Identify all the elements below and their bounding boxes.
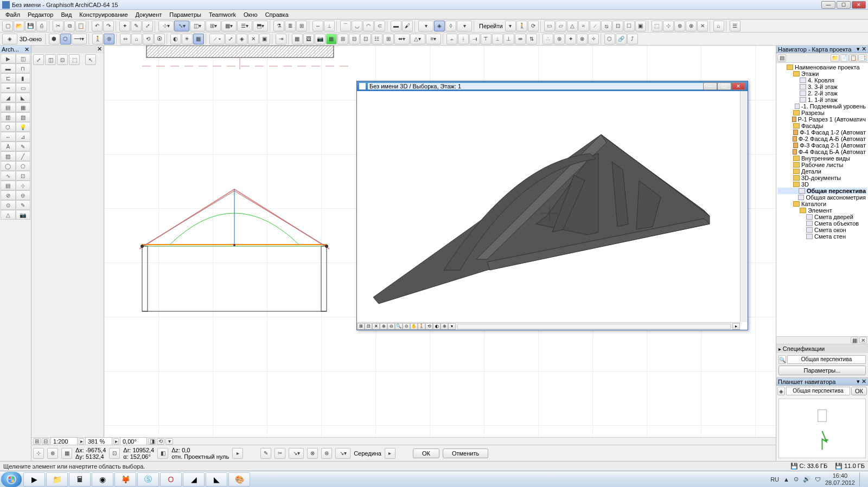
tray-clock[interactable]: 16:40 28.07.2012 — [825, 472, 855, 485]
fw-t6[interactable]: 🔍 — [395, 323, 403, 330]
cr-f[interactable]: ▸ — [232, 448, 243, 459]
measure-icon[interactable]: ↔ — [312, 21, 323, 31]
tool-worksheet[interactable]: ✎ — [16, 200, 31, 210]
nt-add[interactable]: ▦ — [851, 337, 858, 343]
tool-lamp[interactable]: 💡 — [16, 122, 31, 132]
fw-t2[interactable]: ⊡ — [365, 323, 372, 330]
planner-preview[interactable] — [778, 399, 866, 458]
menu-teamwork[interactable]: Teamwork — [206, 11, 239, 18]
dropper-icon[interactable]: ✎ — [131, 21, 142, 31]
t2-x[interactable]: ☷ — [372, 34, 382, 44]
minimize-button[interactable]: — — [821, 1, 835, 9]
tb-b[interactable]: ▱ — [556, 21, 566, 31]
tool-dim[interactable]: ↔ — [1, 132, 16, 142]
goto-dropdown-icon[interactable]: ▾ — [505, 21, 516, 31]
tool-roof[interactable]: ◢ — [1, 93, 16, 102]
tree-item[interactable]: Ф-3 Фасад 2-1 (Автомат — [777, 142, 867, 149]
paste-icon[interactable]: 📋 — [75, 21, 86, 31]
tool-column[interactable]: ▮ — [16, 73, 31, 83]
t2-m[interactable]: ◈ — [237, 34, 247, 44]
tool-fill[interactable]: ▨ — [1, 151, 16, 161]
task-firefox[interactable]: 🦊 — [114, 472, 136, 486]
tree-item[interactable]: Элемент — [777, 207, 867, 214]
menu-document[interactable]: Документ — [132, 11, 165, 18]
t2-v[interactable]: ⊟ — [349, 34, 360, 44]
tool5-icon[interactable]: ▦▾ — [221, 21, 237, 31]
navigator-tree[interactable]: Наименование проектаЭтажи4. Кровля3. 3-й… — [776, 63, 868, 336]
floating-3d-window[interactable]: Без имени 3D / Выборка, Этаж: 1 — ☐ ✕ — [356, 81, 748, 330]
show-desktop[interactable] — [859, 472, 864, 486]
tb-i[interactable]: ▣ — [635, 21, 646, 31]
t2-b[interactable]: ⬡ — [60, 34, 71, 44]
tree-item[interactable]: Внутренние виды — [777, 155, 867, 162]
pl-pin-icon[interactable]: ▾ — [857, 378, 860, 385]
paint-icon[interactable]: 🖌 — [402, 21, 413, 31]
t2-s[interactable]: 📷 — [315, 34, 326, 44]
tree-item[interactable]: Общая аксонометрия — [777, 194, 867, 201]
t2-ai[interactable]: 🔗 — [616, 34, 627, 44]
dropdown1-icon[interactable]: ▾ — [418, 21, 433, 31]
t2-k[interactable]: ⟋▾ — [209, 34, 225, 44]
open-icon[interactable]: 📂 — [14, 21, 24, 31]
arc3-icon[interactable]: ◠ — [363, 21, 374, 31]
fw-titlebar[interactable]: Без имени 3D / Выборка, Этаж: 1 — ☐ ✕ — [357, 81, 748, 91]
tree-item[interactable]: Смета объектов — [777, 220, 867, 227]
tool-drawing[interactable]: ▤ — [1, 181, 16, 190]
task-archicad[interactable]: ◢ — [183, 472, 205, 486]
sr-b[interactable]: ⊟ — [42, 438, 49, 445]
cr-c[interactable]: ▦ — [61, 448, 72, 459]
tree-item[interactable]: 3D — [777, 181, 867, 188]
tree-item[interactable]: 3D-документы — [777, 175, 867, 181]
magic-wand-icon[interactable]: ✦ — [119, 21, 130, 31]
tool-slab[interactable]: ▭ — [16, 83, 31, 93]
tool-arrow[interactable]: ▶ — [1, 54, 16, 63]
walk-icon[interactable]: 🚶 — [516, 21, 527, 31]
t2-c[interactable]: ⟶▾ — [72, 34, 87, 44]
dropdown2-icon[interactable]: ▾ — [457, 21, 472, 31]
tool-zone[interactable]: ▧ — [16, 112, 31, 122]
ib-pointer-icon[interactable]: ↖ — [85, 54, 96, 65]
menu-edit[interactable]: Редактор — [24, 11, 56, 18]
fw-t7[interactable]: ⊙ — [403, 323, 410, 330]
spec-params-button[interactable]: Параметры... — [778, 366, 866, 375]
t2-j[interactable]: ▦ — [193, 34, 204, 44]
task-skype[interactable]: Ⓢ — [137, 472, 159, 486]
t2-ag[interactable]: ✧ — [588, 34, 599, 44]
sr-f[interactable]: ⟲ — [157, 438, 164, 445]
tree-item[interactable]: Ф-2 Фасад А-Б (Автомат — [777, 136, 867, 142]
tool3-icon[interactable]: ◫▾ — [190, 21, 205, 31]
t2-t[interactable]: ▦ — [326, 34, 337, 44]
t2-z[interactable]: ⬌▾ — [394, 34, 410, 44]
t2-ac[interactable]: ∴ — [542, 34, 553, 44]
undo-icon[interactable]: ↶ — [92, 21, 103, 31]
tool-section[interactable]: ⊘ — [1, 190, 16, 200]
fw-scrollbar-horizontal[interactable] — [457, 324, 731, 329]
t2-af[interactable]: ⊗ — [577, 34, 588, 44]
tb-a[interactable]: ▭ — [544, 21, 555, 31]
fw-t5[interactable]: ⊖ — [387, 323, 395, 330]
cr-m[interactable]: ▸ — [385, 448, 395, 459]
tb-k[interactable]: ⊹ — [663, 21, 674, 31]
filter-icon[interactable]: ⚗ — [273, 21, 284, 31]
fw-sr[interactable]: ▸ — [732, 323, 740, 330]
tool-elev[interactable]: ⊖ — [16, 190, 31, 200]
ib-b[interactable]: ◫ — [45, 54, 56, 65]
redo-icon[interactable]: ↷ — [103, 21, 114, 31]
planner-ok-button[interactable]: ОК — [851, 387, 867, 395]
nt-c[interactable]: 📄 — [840, 54, 848, 62]
cr-k[interactable]: ⊛ — [321, 448, 332, 459]
fw-viewport[interactable] — [357, 91, 740, 322]
nt-e[interactable]: 📑 — [858, 54, 867, 62]
align-l-icon[interactable]: ⫠ — [446, 34, 457, 44]
fw-close[interactable]: ✕ — [731, 82, 745, 90]
t2-o[interactable]: ▣ — [259, 34, 270, 44]
pl-icon[interactable]: ◈ — [777, 387, 785, 395]
t2-l[interactable]: ⤢ — [225, 34, 236, 44]
new-icon[interactable]: ▢ — [2, 21, 13, 31]
tool-cwall[interactable]: ▥ — [1, 112, 16, 122]
align-c-icon[interactable]: ⟊ — [458, 34, 469, 44]
menu-window[interactable]: Окно — [240, 11, 261, 18]
tree-item[interactable]: -1. Подземный уровень — [777, 103, 867, 110]
align-m-icon[interactable]: ⟂ — [492, 34, 503, 44]
tool-line[interactable]: ╱ — [16, 151, 31, 161]
